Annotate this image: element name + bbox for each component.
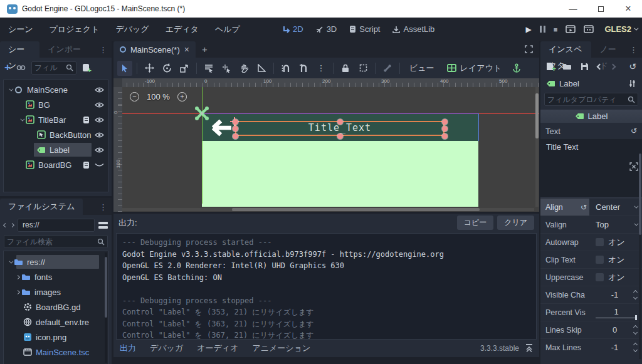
dock-menu-icon[interactable]: ⋮: [625, 43, 642, 58]
collapse-icon[interactable]: [9, 259, 13, 263]
mode-3d[interactable]: 3D: [316, 24, 337, 34]
uppercase-checkbox[interactable]: [596, 273, 604, 281]
save-resource-button[interactable]: [581, 63, 589, 71]
snap-options-menu-icon[interactable]: ⋮: [313, 61, 329, 76]
selection-handle[interactable]: [233, 133, 238, 139]
tab-inspector[interactable]: インスペクタ: [540, 41, 591, 58]
collapse-icon[interactable]: [20, 117, 24, 121]
distraction-free-icon[interactable]: [525, 45, 533, 53]
renderer-select[interactable]: GLES2: [604, 24, 637, 34]
tools-icon[interactable]: [628, 80, 636, 88]
tab-scene[interactable]: シーン: [0, 41, 39, 58]
scene-tree-row-label[interactable]: Label: [4, 142, 108, 157]
fs-row-icon-png[interactable]: icon.png: [4, 330, 108, 345]
close-button[interactable]: ×: [614, 0, 642, 18]
file-search-input[interactable]: [7, 237, 96, 246]
tab-node[interactable]: ノード: [591, 41, 625, 58]
mode-2d[interactable]: 2D: [282, 24, 303, 34]
slider-grabber[interactable]: [635, 315, 637, 320]
valign-dropdown[interactable]: Top: [589, 216, 642, 233]
anchor-button[interactable]: [509, 61, 524, 76]
clip-text-checkbox[interactable]: [596, 256, 604, 264]
script-icon[interactable]: [83, 161, 90, 169]
group-button[interactable]: [355, 61, 371, 76]
mode-assetlib[interactable]: AssetLib: [392, 24, 434, 34]
collapse-icon[interactable]: [9, 86, 13, 91]
menu-help[interactable]: ヘルプ: [207, 24, 248, 35]
fs-row-default-env[interactable]: default_env.tre: [4, 315, 108, 330]
visibility-icon[interactable]: [95, 147, 104, 153]
nav-back-icon[interactable]: [3, 222, 8, 227]
menu-scene[interactable]: シーン: [0, 24, 41, 35]
output-log[interactable]: --- Debugging process started --- Godot …: [116, 233, 537, 340]
close-tab-icon[interactable]: ×: [184, 44, 189, 55]
split-mode-icon[interactable]: [98, 222, 108, 229]
menu-debug[interactable]: デバッグ: [107, 24, 157, 35]
scene-filter-input[interactable]: [34, 63, 65, 72]
visibility-hidden-icon[interactable]: [95, 162, 104, 168]
dock-menu-icon[interactable]: ⋮: [95, 200, 112, 215]
scene-tree-row-backbutton[interactable]: BackButton: [4, 127, 108, 142]
grid-snap-toggle[interactable]: [296, 61, 311, 76]
smart-snap-toggle[interactable]: [278, 61, 293, 76]
play-scene-button[interactable]: [566, 25, 576, 33]
scene-tree-row-bg[interactable]: BG: [4, 97, 108, 112]
add-node-button[interactable]: +: [4, 61, 11, 74]
stop-button[interactable]: ■: [554, 26, 558, 33]
selection-handle[interactable]: [337, 119, 343, 125]
play-custom-scene-button[interactable]: [584, 25, 594, 33]
property-filter-input[interactable]: [547, 95, 626, 104]
expand-panel-icon[interactable]: [525, 344, 533, 352]
scene-tree-row-mainscene[interactable]: MainScene: [4, 82, 108, 97]
text-property-editor[interactable]: Title Text: [540, 138, 642, 198]
spinner-icon[interactable]: [634, 343, 637, 351]
scrollbar-vertical[interactable]: [639, 153, 641, 359]
copy-button[interactable]: コピー: [457, 216, 494, 230]
selection-handle[interactable]: [442, 119, 448, 125]
scrollbar-horizontal[interactable]: [122, 208, 534, 211]
canvas-field[interactable]: Title_Text − 100 % +: [122, 87, 539, 212]
align-dropdown[interactable]: Center: [589, 199, 642, 216]
scene-tree-row-boardbg[interactable]: BoardBG: [4, 157, 108, 172]
mode-script[interactable]: Script: [349, 24, 380, 34]
menu-project[interactable]: プロジェクト: [41, 24, 108, 35]
selection-handle[interactable]: [233, 119, 238, 125]
expand-editor-icon[interactable]: [629, 162, 638, 171]
pause-button[interactable]: [540, 26, 545, 33]
lock-button[interactable]: [338, 61, 353, 76]
menu-editor[interactable]: エディタ: [157, 24, 207, 35]
selection-handle[interactable]: [233, 126, 238, 132]
selection-handle[interactable]: [442, 126, 448, 132]
spinner-icon[interactable]: [634, 326, 637, 334]
zoom-level[interactable]: 100 %: [147, 92, 170, 101]
scrollbar-vertical[interactable]: [105, 252, 107, 363]
zoom-out-button[interactable]: −: [130, 92, 139, 101]
rotate-tool[interactable]: [159, 61, 174, 76]
maximize-button[interactable]: [587, 0, 614, 18]
zoom-in-button[interactable]: +: [177, 92, 187, 101]
script-icon[interactable]: [83, 116, 90, 124]
move-tool[interactable]: [142, 61, 157, 76]
fs-row-images[interactable]: images: [4, 284, 108, 299]
tab-animation[interactable]: アニメーション: [252, 343, 310, 354]
scrollbar-vertical[interactable]: [535, 87, 539, 207]
fs-row-boardbg-gd[interactable]: BoardBG.gd: [4, 299, 108, 315]
dock-menu-icon[interactable]: ⋮: [95, 43, 112, 58]
revert-icon[interactable]: ↺: [631, 127, 637, 135]
spinner-icon[interactable]: [634, 291, 637, 299]
clear-button[interactable]: クリア: [497, 216, 534, 230]
new-resource-button[interactable]: +: [546, 62, 554, 71]
path-breadcrumb[interactable]: res://: [18, 219, 95, 232]
select-pivot-tool[interactable]: [219, 61, 234, 76]
visibility-icon[interactable]: [95, 117, 104, 123]
category-label[interactable]: Label: [540, 110, 642, 123]
tab-audio[interactable]: オーディオ: [197, 343, 238, 354]
history-forward-icon[interactable]: [610, 63, 616, 70]
play-button[interactable]: ▶: [525, 25, 531, 34]
selection-handle[interactable]: [442, 133, 448, 139]
visibility-icon[interactable]: [95, 86, 104, 93]
expand-icon[interactable]: [15, 274, 19, 279]
ruler-tool[interactable]: [254, 61, 269, 76]
visibility-icon[interactable]: [95, 101, 104, 108]
max-lines-spinbox[interactable]: -1: [589, 339, 642, 356]
